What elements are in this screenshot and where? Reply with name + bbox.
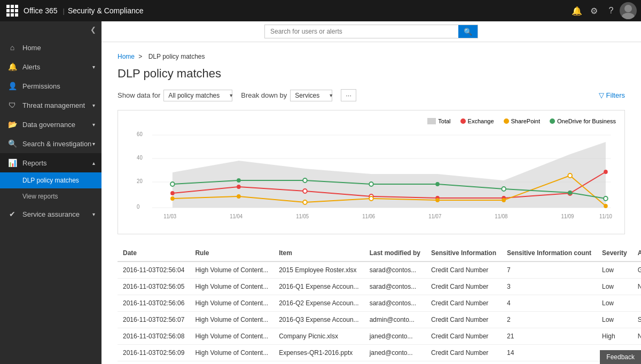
col-item: Item [273,245,364,262]
legend-total: Total [427,118,450,124]
svg-text:11/06: 11/06 [362,213,375,219]
search-button[interactable]: 🔍 [458,25,478,38]
breadcrumb-current: DLP policy matches [148,53,205,60]
search-bar: 🔍 [101,21,641,42]
filters-button[interactable]: ▽ Filters [599,91,625,99]
svg-text:11/03: 11/03 [163,213,176,219]
top-bar: Office 365 | Security & Compliance 🔔 ⚙ ? [0,0,641,21]
col-sensitive: Sensitive Information [426,245,502,262]
svg-point-0 [624,5,632,12]
sidebar-item-reports[interactable]: 📊 Reports ▴ [0,153,101,172]
show-data-select-wrap: All policy matches [163,90,237,101]
svg-text:11/04: 11/04 [230,213,243,219]
svg-text:11/07: 11/07 [428,213,441,219]
sidebar-sub-item-view-reports[interactable]: View reports [0,188,101,204]
table-row: 2016-11-03T02:56:06High Volume of Conten… [118,295,641,312]
sidebar-item-alerts[interactable]: 🔔 Alerts ▾ [0,57,101,76]
break-down-label: Break down by [241,91,287,99]
top-bar-divider: | [63,7,65,15]
sidebar-item-data-label: Data governance [22,121,75,129]
waffle-icon[interactable] [4,3,20,19]
search-icon: 🔍 [6,139,18,148]
sidebar-sub-item-dlp[interactable]: DLP policy matches [0,172,101,188]
search-input-wrap: 🔍 [264,25,478,38]
settings-icon[interactable]: ⚙ [585,2,603,19]
sidebar-item-permissions[interactable]: 👤 Permissions [0,76,101,96]
sidebar-item-home[interactable]: ⌂ Home [0,38,101,57]
filter-bar: Show data for All policy matches Break d… [118,89,625,101]
help-icon[interactable]: ? [603,2,620,19]
legend-sharepoint: SharePoint [504,118,540,124]
breadcrumb-home[interactable]: Home [118,53,135,60]
svg-point-25 [604,204,608,208]
sidebar-item-permissions-label: Permissions [22,82,60,90]
svg-point-31 [502,187,506,191]
more-button[interactable]: ··· [341,89,356,101]
svg-text:11/08: 11/08 [495,213,507,219]
svg-text:60: 60 [137,131,143,137]
home-icon: ⌂ [6,43,18,52]
chart-container: Total Exchange SharePoint OneDrive for B… [118,110,625,234]
table-row: 2016-11-03T02:56:07High Volume of Conten… [118,312,641,328]
svg-point-30 [435,182,440,186]
filters-label: Filters [606,91,625,99]
notification-icon[interactable]: 🔔 [568,2,585,19]
sidebar-collapse-button[interactable]: ❮ [0,21,101,38]
table-row: 2016-11-03T02:56:05High Volume of Conten… [118,279,641,295]
break-down-select[interactable]: Services [290,90,332,101]
sidebar-item-data-governance[interactable]: 📂 Data governance ▾ [0,115,101,134]
legend-onedrive-label: OneDrive for Business [557,118,616,124]
legend-exchange-dot [460,118,466,124]
service-icon: ✔ [6,210,18,218]
svg-point-11 [237,185,241,189]
show-data-select[interactable]: All policy matches [163,90,232,101]
sidebar-item-service[interactable]: ✔ Service assurance ▾ [0,204,101,224]
threat-icon: 🛡 [6,101,18,109]
search-chevron: ▾ [92,141,95,147]
app-title: Security & Compliance [68,6,144,15]
svg-point-26 [170,182,175,186]
svg-point-24 [568,173,572,178]
sidebar-item-service-label: Service assurance [22,210,80,218]
alerts-chevron: ▾ [92,64,95,70]
sidebar-item-alerts-label: Alerts [22,63,40,71]
dlp-policy-label: DLP policy matches [22,177,79,184]
search-input[interactable] [265,25,458,38]
legend-onedrive: OneDrive for Business [550,118,616,124]
legend-sharepoint-dot [504,118,509,124]
sidebar-item-search[interactable]: 🔍 Search & investigation ▾ [0,134,101,153]
svg-point-17 [604,170,608,174]
svg-text:11/10: 11/10 [599,213,612,219]
svg-text:0: 0 [137,204,140,210]
svg-point-20 [303,200,307,204]
data-table: Date Rule Item Last modified by Sensitiv… [118,245,641,364]
feedback-button[interactable]: Feedback [600,350,641,364]
svg-point-29 [369,182,373,186]
sidebar-item-threat[interactable]: 🛡 Threat management ▾ [0,96,101,115]
reports-icon: 📊 [6,159,18,167]
svg-point-19 [237,194,241,199]
page-title: DLP policy matches [118,67,625,81]
sidebar-item-reports-label: Reports [22,159,47,167]
col-action: Action [632,245,641,262]
table-header-row: Date Rule Item Last modified by Sensitiv… [118,245,641,262]
show-data-label: Show data for [118,91,160,99]
breadcrumb-separator: > [138,53,144,60]
page-content: Home > DLP policy matches DLP policy mat… [101,42,641,364]
permissions-icon: 👤 [6,82,18,90]
svg-point-22 [435,198,440,202]
legend-exchange: Exchange [460,118,494,124]
legend-total-label: Total [438,118,450,124]
alerts-icon: 🔔 [6,62,18,71]
col-severity: Severity [597,245,632,262]
break-down-select-wrap: Services [290,90,337,101]
threat-chevron: ▾ [92,102,95,108]
reports-chevron: ▴ [92,160,95,166]
svg-point-18 [170,196,175,201]
svg-text:11/09: 11/09 [561,213,574,219]
sidebar-item-threat-label: Threat management [22,101,85,109]
chart-legend: Total Exchange SharePoint OneDrive for B… [127,118,616,124]
user-avatar[interactable] [620,2,637,19]
table-row: 2016-11-03T02:56:04High Volume of Conten… [118,262,641,279]
legend-sharepoint-label: SharePoint [511,118,540,124]
